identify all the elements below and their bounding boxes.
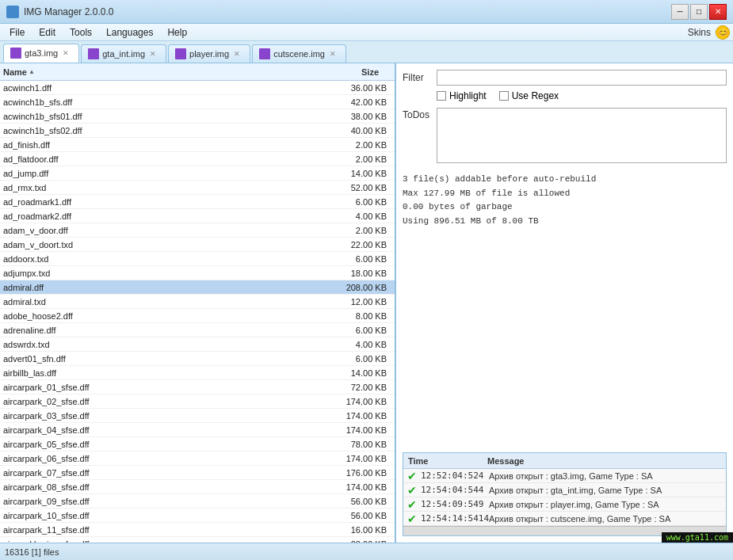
tab-close-gta3[interactable]: ✕ bbox=[63, 49, 69, 57]
table-row[interactable]: ad_jump.dff14.00 KB bbox=[0, 166, 395, 181]
table-row[interactable]: addoorx.txd6.00 KB bbox=[0, 252, 395, 266]
file-size: 72.00 KB bbox=[312, 383, 391, 392]
file-name: admiral.txd bbox=[3, 297, 312, 307]
file-name: aircarpark_05_sfse.dff bbox=[3, 440, 312, 449]
table-row[interactable]: adrenaline.dff6.00 KB bbox=[0, 323, 395, 337]
menu-help[interactable]: Help bbox=[161, 25, 193, 40]
table-row[interactable]: adobe_hoose2.dff8.00 KB bbox=[0, 309, 395, 323]
use-regex-checkbox-item[interactable]: Use Regex bbox=[499, 90, 559, 101]
table-row[interactable]: adswrdx.txd4.00 KB bbox=[0, 337, 395, 352]
table-row[interactable]: ad_roadmark1.dff6.00 KB bbox=[0, 195, 395, 209]
maximize-button[interactable]: □ bbox=[690, 4, 708, 20]
filter-input[interactable] bbox=[437, 70, 727, 86]
table-row[interactable]: acwinch1b_sfs02.dff40.00 KB bbox=[0, 124, 395, 138]
table-row[interactable]: admiral.dff208.00 KB bbox=[0, 280, 395, 295]
table-row[interactable]: acwinch1b_sfs01.dff38.00 KB bbox=[0, 109, 395, 124]
table-row[interactable]: acwinch1.dff36.00 KB bbox=[0, 81, 395, 95]
table-row[interactable]: aircarpark_10_sfse.dff56.00 KB bbox=[0, 509, 395, 523]
file-list[interactable]: acwinch1.dff36.00 KBacwinch1b_sfs.dff42.… bbox=[0, 81, 395, 543]
col-name-header[interactable]: Name ▲ bbox=[3, 67, 312, 77]
tab-close-gta-int[interactable]: ✕ bbox=[150, 50, 156, 58]
minimize-button[interactable]: ─ bbox=[671, 4, 689, 20]
file-name: adrenaline.dff bbox=[3, 326, 312, 335]
file-name: ad_flatdoor.dff bbox=[3, 154, 312, 164]
highlight-label: Highlight bbox=[449, 90, 487, 101]
table-row[interactable]: aircarpark_02_sfse.dff174.00 KB bbox=[0, 394, 395, 409]
table-row[interactable]: ad_rmx.txd52.00 KB bbox=[0, 181, 395, 195]
tab-player[interactable]: player.img ✕ bbox=[168, 44, 250, 63]
menu-languages[interactable]: Languages bbox=[100, 25, 159, 40]
tab-close-player[interactable]: ✕ bbox=[234, 50, 240, 58]
tab-icon-player bbox=[175, 48, 186, 59]
table-row[interactable]: adjumpx.txd18.00 KB bbox=[0, 266, 395, 280]
menu-edit[interactable]: Edit bbox=[32, 25, 62, 40]
table-row[interactable]: aircarpark_11_sfse.dff16.00 KB bbox=[0, 523, 395, 537]
file-size: 14.00 KB bbox=[312, 169, 391, 178]
file-size: 6.00 KB bbox=[312, 354, 391, 364]
table-row[interactable]: advert01_sfn.dff6.00 KB bbox=[0, 352, 395, 366]
file-name: aircarpark_07_sfse.dff bbox=[3, 468, 312, 478]
table-row[interactable]: aircarpark_04_sfse.dff174.00 KB bbox=[0, 423, 395, 437]
status-bar: 16316 [1] files bbox=[0, 543, 733, 560]
table-row[interactable]: adam_v_doort.txd22.00 KB bbox=[0, 238, 395, 252]
table-row[interactable]: airbillb_las.dff14.00 KB bbox=[0, 366, 395, 380]
log-message: Архив открыт : player.img, Game Type : S… bbox=[489, 500, 726, 509]
website-badge: www.gta11.com bbox=[662, 532, 733, 543]
file-size: 38.00 KB bbox=[312, 112, 391, 121]
file-size: 12.00 KB bbox=[312, 297, 391, 307]
tab-gta-int[interactable]: gta_int.img ✕ bbox=[81, 44, 166, 63]
menu-file[interactable]: File bbox=[3, 25, 31, 40]
todos-textarea[interactable] bbox=[437, 108, 727, 163]
table-row[interactable]: acwinch1b_sfs.dff42.00 KB bbox=[0, 95, 395, 109]
table-row[interactable]: ad_finish.dff2.00 KB bbox=[0, 138, 395, 152]
main-content: Name ▲ Size acwinch1.dff36.00 KBacwinch1… bbox=[0, 63, 733, 543]
table-row[interactable]: admiral.txd12.00 KB bbox=[0, 295, 395, 309]
log-row: ✔12:54:04:544Архив открыт : gta_int.img,… bbox=[403, 483, 726, 497]
tab-cutscene[interactable]: cutscene.img ✕ bbox=[252, 44, 346, 63]
log-section: Time Message ✔12:52:04:524Архив открыт :… bbox=[403, 452, 727, 536]
table-row[interactable]: aircarpark_03_sfse.dff174.00 KB bbox=[0, 409, 395, 423]
window-title: IMG Manager 2.0.0.0 bbox=[24, 6, 113, 17]
file-size: 6.00 KB bbox=[312, 197, 391, 207]
file-size: 42.00 KB bbox=[312, 97, 391, 107]
log-message: Архив открыт : cutscene.img, Game Type :… bbox=[489, 514, 726, 524]
log-status-icon: ✔ bbox=[407, 499, 418, 510]
table-row[interactable]: aircarpark_08_sfse.dff174.00 KB bbox=[0, 480, 395, 494]
table-row[interactable]: aircarpark_05_sfse.dff78.00 KB bbox=[0, 437, 395, 451]
log-row: ✔12:54:09:549Архив открыт : player.img, … bbox=[403, 497, 726, 512]
info-section: 3 file(s) addable before auto-rebuildMax… bbox=[403, 170, 727, 452]
file-name: aircarpark_03_sfse.dff bbox=[3, 411, 312, 421]
tab-gta3[interactable]: gta3.img ✕ bbox=[3, 44, 79, 63]
close-button[interactable]: ✕ bbox=[709, 4, 727, 20]
filter-label: Filter bbox=[403, 72, 430, 83]
highlight-checkbox-item[interactable]: Highlight bbox=[437, 90, 487, 101]
file-size: 208.00 KB bbox=[312, 283, 391, 292]
smiley-icon[interactable]: 😊 bbox=[716, 25, 730, 40]
file-name: acwinch1.dff bbox=[3, 83, 312, 93]
log-time: 12:54:14:5414 bbox=[421, 513, 489, 524]
col-size-header[interactable]: Size bbox=[312, 67, 391, 77]
file-name: adam_v_doort.txd bbox=[3, 240, 312, 250]
table-row[interactable]: aircarpark_07_sfse.dff176.00 KB bbox=[0, 466, 395, 480]
file-size: 56.00 KB bbox=[312, 511, 391, 520]
tab-label-cutscene: cutscene.img bbox=[273, 49, 325, 59]
tabs-bar: gta3.img ✕ gta_int.img ✕ player.img ✕ cu… bbox=[0, 41, 733, 63]
sort-arrow-icon: ▲ bbox=[29, 68, 35, 75]
use-regex-checkbox[interactable] bbox=[499, 91, 509, 101]
table-row[interactable]: adam_v_door.dff2.00 KB bbox=[0, 223, 395, 238]
table-row[interactable]: ad_roadmark2.dff4.00 KB bbox=[0, 209, 395, 223]
table-row[interactable]: aircarpark_09_sfse.dff56.00 KB bbox=[0, 494, 395, 509]
table-row[interactable]: aircarpark_06_sfse.dff174.00 KB bbox=[0, 451, 395, 466]
menu-tools[interactable]: Tools bbox=[63, 25, 98, 40]
table-row[interactable]: aircarpark_01_sfse.dff72.00 KB bbox=[0, 380, 395, 394]
table-row[interactable]: aircarpkbarier_sfse.dff28.00 KB bbox=[0, 537, 395, 543]
file-name: admiral.dff bbox=[3, 283, 312, 292]
file-size: 36.00 KB bbox=[312, 83, 391, 93]
tab-close-cutscene[interactable]: ✕ bbox=[330, 50, 336, 58]
highlight-checkbox[interactable] bbox=[437, 91, 446, 101]
file-size: 174.00 KB bbox=[312, 425, 391, 435]
file-name: acwinch1b_sfs.dff bbox=[3, 97, 312, 107]
table-row[interactable]: ad_flatdoor.dff2.00 KB bbox=[0, 152, 395, 166]
skins-label[interactable]: Skins bbox=[688, 27, 711, 38]
file-name: adjumpx.txd bbox=[3, 269, 312, 278]
